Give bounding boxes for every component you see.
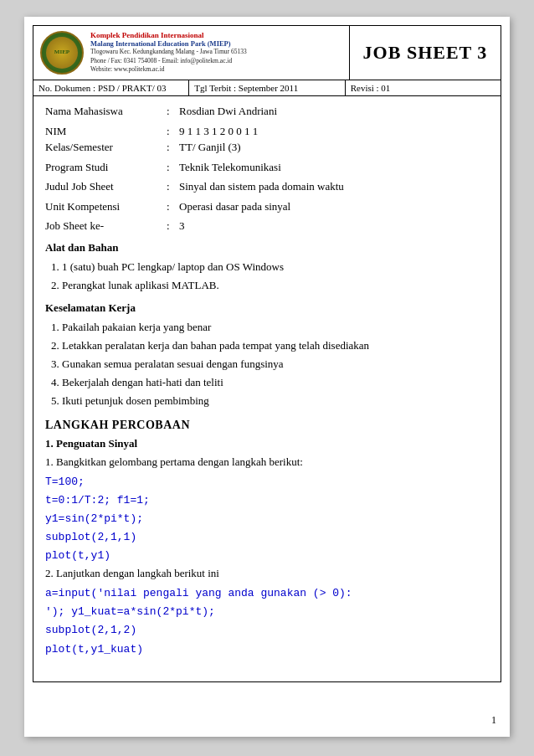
code-t-f1: t=0:1/T:2; f1=1;	[45, 491, 489, 510]
tgl-terbit-label: Tgl Terbit :	[194, 83, 236, 93]
step2-intro: 2. Lanjutkan dengan langkah berikut ini	[45, 565, 489, 583]
k-item-3: Gunakan semua peralatan sesuai dengan fu…	[62, 357, 284, 370]
k-item-1: Pakailah pakaian kerja yang benar	[62, 321, 211, 333]
list-item: 1 (satu) buah PC lengkap/ laptop dan OS …	[62, 258, 489, 276]
job-sheet-ke-row: Job Sheet ke- : 3	[45, 218, 489, 234]
program-studi-row: Program Studi : Teknik Telekomunikasi	[45, 159, 489, 176]
judul-job-sheet-row: Judul Job Sheet : Sinyal dan sistem pada…	[45, 178, 489, 195]
institution-name: Malang International Education Park (MIE…	[90, 39, 247, 48]
judul-job-sheet-label: Judul Job Sheet	[45, 178, 167, 195]
institution-website: Website: www.politekm.ac.id	[90, 65, 247, 75]
keselamatan-list: Pakailah pakaian kerja yang benar Letakk…	[62, 318, 489, 410]
alat-bahan-heading: Alat dan Bahan	[45, 241, 489, 255]
kelas-colon: :	[167, 139, 179, 156]
kelas-row: Kelas/Semester : TT/ Ganjil (3)	[45, 139, 489, 156]
code-T100: T=100;	[45, 473, 489, 491]
job-sheet-ke-value: 3	[179, 218, 489, 234]
header: MIEP Komplek Pendidikan Internasional Ma…	[33, 25, 501, 80]
nama-colon: :	[167, 103, 179, 120]
list-item: Perangkat lunak aplikasi MATLAB.	[62, 276, 489, 295]
no-dokumen-label: No. Dokumen :	[39, 83, 95, 93]
list-item: Gunakan semua peralatan sesuai dengan fu…	[62, 355, 489, 373]
ps-colon: :	[167, 159, 179, 176]
jjs-colon: :	[167, 178, 179, 195]
unit-kompetensi-row: Unit Kompetensi : Operasi dasar pada sin…	[45, 198, 489, 215]
list-item: Ikuti petunjuk dosen pembimbing	[62, 392, 489, 410]
program-studi-label: Program Studi	[45, 159, 167, 176]
kelas-label: Kelas/Semester	[45, 139, 167, 156]
no-dokumen-cell: No. Dokumen : PSD / PRAKT/ 03	[33, 80, 189, 95]
list-item: Bekerjalah dengan hati-hati dan teliti	[62, 373, 489, 392]
kelas-value: TT/ Ganjil (3)	[179, 139, 489, 156]
page: MIEP Komplek Pendidikan Internasional Ma…	[24, 17, 510, 737]
keselamatan-heading: Keselamatan Kerja	[45, 301, 489, 315]
page-number: 1	[491, 714, 496, 727]
logo-icon: MIEP	[40, 31, 84, 75]
institution-short: Komplek Pendidikan Internasional	[90, 31, 247, 39]
k-item-4: Bekerjalah dengan hati-hati dan teliti	[62, 376, 223, 388]
job-sheet-ke-label: Job Sheet ke-	[45, 218, 167, 234]
judul-job-sheet-value: Sinyal dan sistem pada domain waktu	[179, 178, 489, 195]
code-a-input: a=input('nilai pengali yang anda gunakan…	[45, 584, 489, 603]
code-y1kuat: '); y1_kuat=a*sin(2*pi*t);	[45, 603, 489, 621]
nama-mahasiswa-row: Nama Mahasiswa : Rosdian Dwi Andriani	[45, 103, 489, 120]
revisi-label: Revisi :	[351, 83, 379, 93]
nama-mahasiswa-value: Rosdian Dwi Andriani	[179, 103, 489, 120]
tgl-terbit-value: September 2011	[239, 83, 298, 93]
nim-colon: :	[167, 123, 179, 140]
nim-value: 9 1 1 3 1 2 0 0 1 1	[179, 123, 489, 140]
code-y1: y1=sin(2*pi*t);	[45, 510, 489, 528]
code-subplot1: subplot(2,1,1)	[45, 528, 489, 547]
list-item: Letakkan peralatan kerja dan bahan pada …	[62, 337, 489, 355]
unit-kompetensi-label: Unit Kompetensi	[45, 198, 167, 215]
code-plot-y1: plot(t,y1)	[45, 547, 489, 565]
alat-item-2: Perangkat lunak aplikasi MATLAB.	[62, 279, 219, 291]
revisi-value: 01	[381, 83, 390, 93]
list-item: Pakailah pakaian kerja yang benar	[62, 318, 489, 337]
header-institution-text: Komplek Pendidikan Internasional Malang …	[90, 31, 247, 75]
k-item-5: Ikuti petunjuk dosen pembimbing	[62, 394, 209, 407]
institution-address: Tlogowaru Kec. Kedungkandang Malang - Ja…	[90, 48, 247, 57]
uk-colon: :	[167, 198, 179, 215]
unit-kompetensi-value: Operasi dasar pada sinyal	[179, 198, 489, 215]
info-row: No. Dokumen : PSD / PRAKT/ 03 Tgl Terbit…	[33, 80, 501, 96]
alat-bahan-list: 1 (satu) buah PC lengkap/ laptop dan OS …	[62, 258, 489, 295]
tgl-terbit-cell: Tgl Terbit : September 2011	[189, 80, 345, 95]
nim-kelas-group: NIM : 9 1 1 3 1 2 0 0 1 1 Kelas/Semester…	[45, 123, 489, 156]
logo-text-inner: MIEP	[54, 49, 69, 56]
langkah-heading: LANGKAH PERCOBAAN	[45, 419, 489, 432]
content-area: Nama Mahasiswa : Rosdian Dwi Andriani NI…	[33, 96, 501, 682]
header-left: MIEP Komplek Pendidikan Internasional Ma…	[33, 26, 350, 80]
revisi-cell: Revisi : 01	[346, 80, 501, 95]
code-plot-y1kuat: plot(t,y1_kuat)	[45, 640, 489, 659]
nim-row: NIM : 9 1 1 3 1 2 0 0 1 1	[45, 123, 489, 140]
penguatan-subheading: 1. Penguatan Sinyal	[45, 437, 489, 450]
jsk-colon: :	[167, 218, 179, 234]
step1-intro: 1. Bangkitkan gelombang pertama dengan l…	[45, 454, 489, 471]
institution-contact: Phone / Fax: 0341 754008 - Email: info@p…	[90, 57, 247, 66]
k-item-2: Letakkan peralatan kerja dan bahan pada …	[62, 339, 369, 352]
no-dokumen-value: PSD / PRAKT/ 03	[98, 83, 167, 93]
alat-item-1: 1 (satu) buah PC lengkap/ laptop dan OS …	[62, 260, 284, 273]
program-studi-value: Teknik Telekomunikasi	[179, 159, 489, 176]
nim-label: NIM	[45, 123, 167, 140]
nama-mahasiswa-label: Nama Mahasiswa	[45, 103, 167, 120]
code-subplot2: subplot(2,1,2)	[45, 621, 489, 640]
job-sheet-title: JOB SHEET 3	[363, 42, 488, 64]
header-right: JOB SHEET 3	[350, 26, 501, 80]
